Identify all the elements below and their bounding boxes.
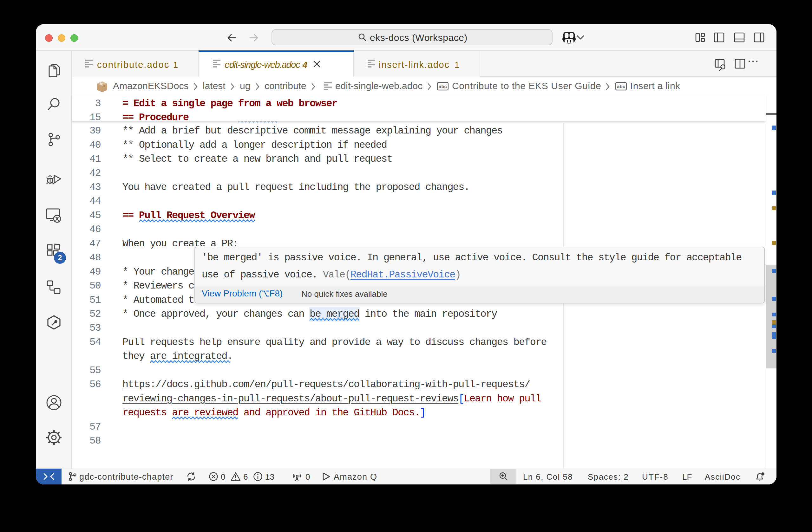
svg-text:abc: abc: [439, 84, 447, 89]
svg-text:abc: abc: [617, 84, 625, 89]
